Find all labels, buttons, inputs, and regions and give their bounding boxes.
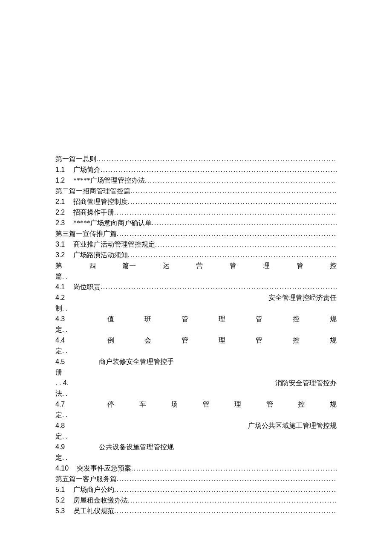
toc-dots	[117, 228, 337, 239]
toc-num: 5.3	[55, 506, 73, 516]
toc-num: 4.5	[55, 356, 73, 367]
toc-item-4-10: 4.10 突发事件应急预案	[55, 463, 337, 474]
toc-num: 3.1	[55, 239, 73, 250]
toc-title: 消防安全管理管控办	[275, 378, 337, 388]
toc-num: 4.3	[55, 314, 73, 324]
toc-dots	[155, 239, 337, 250]
char: 场	[171, 399, 178, 410]
char: 会	[144, 335, 151, 346]
toc-num: 4.9	[55, 442, 73, 452]
toc-item-2-2: 2.2 招商操作手册	[55, 207, 337, 218]
char: 管	[256, 314, 262, 324]
char: 篇一	[122, 260, 136, 271]
char: 例	[107, 335, 114, 346]
toc-title: 广场路演活动须知	[73, 250, 128, 260]
toc-item-5-1: 5.1 广场商户公约	[55, 484, 337, 495]
toc-title: 商户装修安全管理管控手	[99, 356, 174, 367]
toc-title: 突发事件应急预案	[77, 463, 131, 474]
toc-num: 4.7	[55, 399, 73, 410]
char: 停	[107, 399, 114, 410]
char: 四	[89, 260, 96, 271]
toc-section-5: 第五篇一客户服务篇	[55, 474, 337, 484]
toc-item-2-1: 2.1 招商管理管控制度	[55, 196, 337, 207]
char: 班	[144, 314, 151, 324]
char: 规	[330, 399, 337, 410]
toc-item-3-2: 3.2 广场路演活动须知	[55, 250, 337, 260]
toc-num: 1.2	[55, 175, 73, 186]
toc-dots	[128, 196, 337, 207]
toc-dots	[101, 282, 337, 292]
toc-item-4-4-tail: 定. .	[55, 346, 337, 356]
char: 管	[266, 399, 273, 410]
toc-item-4-5-tail: 册	[55, 367, 337, 378]
toc-title: 招商管理管控制度	[73, 196, 128, 207]
char: 管	[203, 399, 210, 410]
toc-item-4-2: 4.2 安全管理管控经济责任	[55, 292, 337, 303]
char: 运	[163, 260, 170, 271]
toc-section-1: 第一篇一总则	[55, 154, 337, 164]
toc-title: *****广场意向商户确认单	[73, 218, 152, 228]
toc-dots	[152, 218, 337, 228]
char: 管	[182, 335, 188, 346]
toc-item-5-3: 5.3 员工礼仪规范	[55, 506, 337, 516]
char: 管	[182, 314, 188, 324]
toc-section-3-title: 第三篇一宣传推广篇	[55, 228, 117, 239]
toc-dots	[114, 484, 337, 495]
toc-dots	[114, 207, 337, 218]
toc-title: 商业推广活动管理管控规定	[73, 239, 155, 250]
toc-item-4-2-tail: 制. .	[55, 303, 337, 314]
toc-title: 广场公共区域施工管理管控规	[248, 420, 337, 431]
toc-section-1-title: 第一篇一总则	[55, 154, 96, 164]
toc-item-4-9: 4.9 公共设备设施管理管控规	[55, 442, 337, 452]
char: 理	[263, 260, 270, 271]
toc-section-4: 第 四 篇一 运 营 管 理 管 控	[55, 260, 337, 271]
toc-item-4-8-tail: 定. .	[55, 431, 337, 442]
toc-item-4-4: 4.4 例 会 管 理 管 控 规	[55, 335, 337, 346]
toc-item-4-3-tail: 定. .	[55, 324, 337, 335]
toc-num: 5.1	[55, 484, 73, 495]
toc-item-4-7: 4.7 停 车 场 管 理 管 控 规	[55, 399, 337, 410]
toc-section-4-tail: 篇. .	[55, 271, 337, 282]
char: 管	[297, 260, 303, 271]
toc-title: 安全管理管控经济责任	[268, 292, 337, 303]
toc-num: 4.2	[55, 292, 73, 303]
toc-title: 房屋租金收缴办法	[73, 495, 128, 506]
toc-title: *****广场管理管控办法	[73, 175, 145, 186]
toc-item-3-1: 3.1 商业推广活动管理管控规定	[55, 239, 337, 250]
toc-item-4-8: 4.8 广场公共区域施工管理管控规	[55, 420, 337, 431]
toc-dots	[128, 250, 337, 260]
toc-title: 岗位职责	[73, 282, 101, 292]
toc-dots	[96, 154, 337, 164]
toc-num: 2.1	[55, 196, 73, 207]
toc-dots	[117, 474, 337, 484]
char: 规	[330, 335, 337, 346]
char: 车	[139, 399, 146, 410]
toc-num: 4.10	[55, 463, 77, 474]
toc-num: 4.1	[55, 282, 73, 292]
toc-section-2-title: 第二篇一招商管理管控篇	[55, 186, 130, 196]
toc-dots	[130, 186, 337, 196]
char: 值	[107, 314, 114, 324]
toc-item-2-3: 2.3 *****广场意向商户确认单	[55, 218, 337, 228]
toc-item-1-2: 1.2 *****广场管理管控办法	[55, 175, 337, 186]
toc-num: 4.8	[55, 420, 73, 431]
toc-num: 4.4	[55, 335, 73, 346]
toc-dots	[114, 506, 337, 516]
char: 控	[293, 314, 300, 324]
toc-num: 3.2	[55, 250, 73, 260]
toc-dots	[145, 175, 337, 186]
toc-num: 5.2	[55, 495, 73, 506]
char: 管	[230, 260, 236, 271]
toc-title: 广场简介	[73, 164, 101, 175]
toc-num: 2.2	[55, 207, 73, 218]
toc-item-4-9-tail: 定. .	[55, 452, 337, 463]
char: 营	[196, 260, 203, 271]
toc-section-2: 第二篇一招商管理管控篇	[55, 186, 337, 196]
toc-item-4-1: 4.1 岗位职责	[55, 282, 337, 292]
toc-item-4-5: 4.5 商户装修安全管理管控手	[55, 356, 337, 367]
char: 管	[256, 335, 262, 346]
toc-dots	[101, 164, 337, 175]
char: 规	[330, 314, 337, 324]
toc-title: 员工礼仪规范	[73, 506, 114, 516]
toc-title: 广场商户公约	[73, 484, 114, 495]
